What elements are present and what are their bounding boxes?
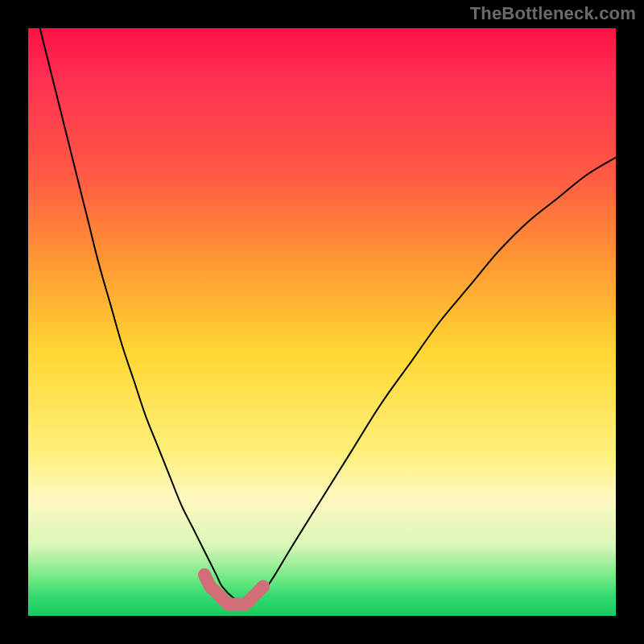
watermark-text: TheBottleneck.com	[470, 3, 636, 24]
plot-area	[28, 28, 616, 616]
bottleneck-highlight	[204, 575, 263, 605]
chart-container: TheBottleneck.com	[0, 0, 644, 644]
bottleneck-curve	[40, 28, 616, 605]
curve-layer	[28, 28, 616, 616]
